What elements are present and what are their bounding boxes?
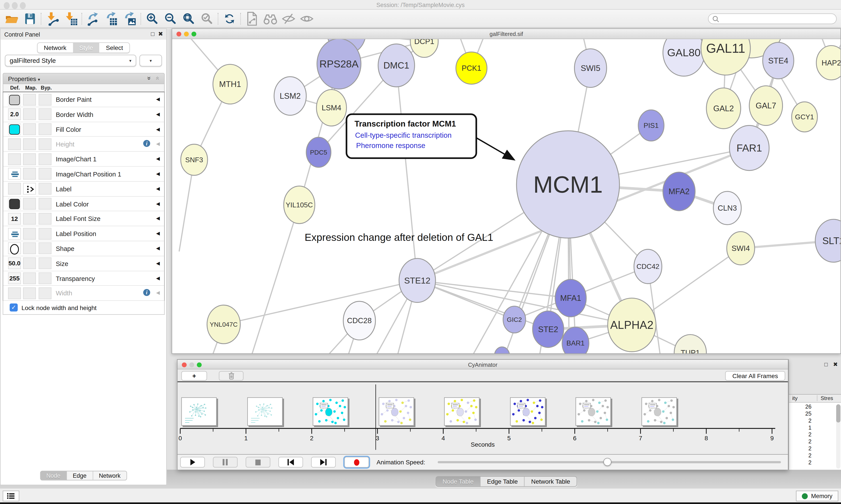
- close-panel-icon[interactable]: ✖: [158, 31, 163, 38]
- network-node-GCY1[interactable]: GCY1: [792, 102, 818, 132]
- expand-property-icon[interactable]: ◀: [156, 231, 160, 236]
- bypass-cell[interactable]: [38, 108, 52, 120]
- close-panel-icon[interactable]: ✖: [833, 361, 838, 367]
- import-table-icon[interactable]: [63, 12, 78, 26]
- network-node-PDC5[interactable]: PDC5: [306, 137, 331, 167]
- property-row-image-chart-position-1[interactable]: Image/Chart Position 1◀: [3, 167, 164, 182]
- info-icon[interactable]: i: [143, 289, 150, 296]
- network-node-LSM2[interactable]: LSM2: [274, 77, 306, 115]
- export-table-icon[interactable]: [104, 12, 119, 26]
- property-row-image-chart-1[interactable]: Image/Chart 1◀: [3, 152, 164, 167]
- stop-button[interactable]: [246, 457, 270, 468]
- results-cell[interactable]: 2: [789, 431, 834, 438]
- tab-network-table[interactable]: Network Table: [525, 476, 577, 486]
- zoom-selected-icon[interactable]: [199, 12, 215, 26]
- network-node-MFA2[interactable]: MFA2: [663, 172, 695, 211]
- clear-all-frames-button[interactable]: Clear All Frames: [725, 371, 785, 381]
- expand-property-icon[interactable]: ◀: [156, 96, 160, 102]
- panel-list-button[interactable]: [3, 491, 19, 501]
- network-node-FAR1[interactable]: FAR1: [730, 125, 769, 170]
- expand-property-icon[interactable]: ◀: [156, 126, 160, 131]
- network-node-HAP2[interactable]: HAP2: [816, 46, 840, 80]
- mapping-cell[interactable]: [23, 242, 36, 254]
- default-value-cell[interactable]: 12: [8, 213, 21, 224]
- mapping-cell[interactable]: [23, 138, 36, 150]
- default-value-cell[interactable]: 50.0: [8, 257, 21, 269]
- default-value-cell[interactable]: [8, 228, 21, 239]
- default-value-cell[interactable]: [8, 123, 21, 135]
- lock-size-checkbox[interactable]: ✓: [10, 303, 18, 311]
- expand-property-icon[interactable]: ◀: [156, 290, 160, 295]
- mapping-cell[interactable]: [23, 108, 36, 120]
- network-node-STE4[interactable]: STE4: [763, 42, 794, 79]
- tab-select[interactable]: Select: [100, 43, 129, 53]
- property-row-label-font-size[interactable]: 12Label Font Size◀: [3, 212, 164, 227]
- slider-thumb[interactable]: [603, 458, 611, 466]
- mapping-cell[interactable]: [23, 198, 36, 210]
- bypass-cell[interactable]: [38, 198, 52, 210]
- annotation-link[interactable]: Pheromone response: [356, 141, 425, 149]
- bypass-cell[interactable]: [38, 242, 52, 254]
- bypass-cell[interactable]: [38, 287, 52, 299]
- mapping-cell[interactable]: [23, 93, 36, 105]
- network-node-MFA1[interactable]: MFA1: [555, 280, 586, 317]
- network-node-GIC2[interactable]: GIC2: [503, 306, 526, 333]
- search-input[interactable]: [719, 16, 826, 22]
- animation-frame-2[interactable]: [313, 397, 348, 426]
- network-node-MCM1[interactable]: MCM1: [516, 131, 619, 238]
- default-value-cell[interactable]: [8, 153, 21, 165]
- float-panel-icon[interactable]: □: [824, 361, 828, 367]
- property-row-fill-color[interactable]: Fill Color◀: [3, 122, 164, 137]
- network-node-STE2[interactable]: STE2: [533, 311, 564, 347]
- mapping-cell[interactable]: [23, 183, 36, 195]
- results-table-header[interactable]: ity Stres: [789, 395, 841, 403]
- property-row-label[interactable]: Label◀: [3, 182, 164, 197]
- expand-property-icon[interactable]: ◀: [156, 216, 160, 221]
- mapping-cell[interactable]: [23, 228, 36, 239]
- style-target-tab-network[interactable]: Network: [93, 471, 126, 480]
- default-value-cell[interactable]: [8, 183, 21, 195]
- search-field[interactable]: [708, 13, 837, 24]
- mapping-cell[interactable]: [23, 153, 36, 165]
- skip-to-start-button[interactable]: [279, 457, 303, 468]
- annotation-box[interactable]: Transcription factor MCM1Cell-type-speci…: [346, 114, 513, 159]
- bypass-cell[interactable]: [38, 228, 52, 239]
- expand-property-icon[interactable]: ◀: [156, 201, 160, 206]
- mapping-cell[interactable]: [23, 213, 36, 224]
- bypass-cell[interactable]: [38, 272, 52, 284]
- network-node-YNL047C[interactable]: YNL047C: [207, 305, 240, 343]
- style-target-tab-node[interactable]: Node: [40, 471, 67, 480]
- bypass-cell[interactable]: [38, 213, 52, 224]
- properties-header[interactable]: Properties ▾ » «: [3, 73, 165, 84]
- network-caption[interactable]: Expression change after deletion of GAL1: [305, 232, 493, 243]
- results-scrollbar[interactable]: [836, 404, 841, 469]
- network-node-TUP1[interactable]: TUP1: [674, 335, 706, 353]
- animation-frame-7[interactable]: [642, 397, 677, 426]
- animation-speed-slider[interactable]: [437, 461, 781, 463]
- property-row-height[interactable]: Heighti◀: [3, 137, 164, 152]
- cyanimator-timeline[interactable]: 0123456789 Seconds: [178, 383, 788, 454]
- network-node-SWI4[interactable]: SWI4: [727, 232, 754, 265]
- tab-node-table[interactable]: Node Table: [436, 476, 481, 486]
- results-cell[interactable]: 2: [789, 417, 834, 424]
- default-value-cell[interactable]: [8, 242, 21, 254]
- default-value-cell[interactable]: 255: [8, 272, 21, 284]
- zoom-fit-icon[interactable]: [181, 12, 196, 26]
- network-node-RPS28A[interactable]: RPS28A: [317, 39, 361, 89]
- property-row-label-color[interactable]: Label Color◀: [3, 197, 164, 212]
- expand-property-icon[interactable]: ◀: [156, 156, 160, 161]
- mapping-cell[interactable]: [23, 287, 36, 299]
- network-node-PCK1[interactable]: PCK1: [456, 52, 487, 84]
- results-cell[interactable]: 26: [789, 403, 834, 410]
- network-node-GAL7[interactable]: GAL7: [749, 86, 783, 125]
- property-row-size[interactable]: 50.0Size◀: [3, 256, 164, 271]
- play-button[interactable]: [180, 457, 205, 468]
- network-node-LSM4[interactable]: LSM4: [317, 90, 346, 126]
- tab-network[interactable]: Network: [37, 43, 73, 53]
- property-row-transparency[interactable]: 255Transparency◀: [3, 271, 164, 286]
- save-session-icon[interactable]: [22, 12, 38, 26]
- mapping-cell[interactable]: [23, 257, 36, 269]
- animation-frame-1[interactable]: [247, 397, 283, 426]
- expand-property-icon[interactable]: ◀: [156, 260, 160, 266]
- network-node-SWI5[interactable]: SWI5: [574, 49, 607, 87]
